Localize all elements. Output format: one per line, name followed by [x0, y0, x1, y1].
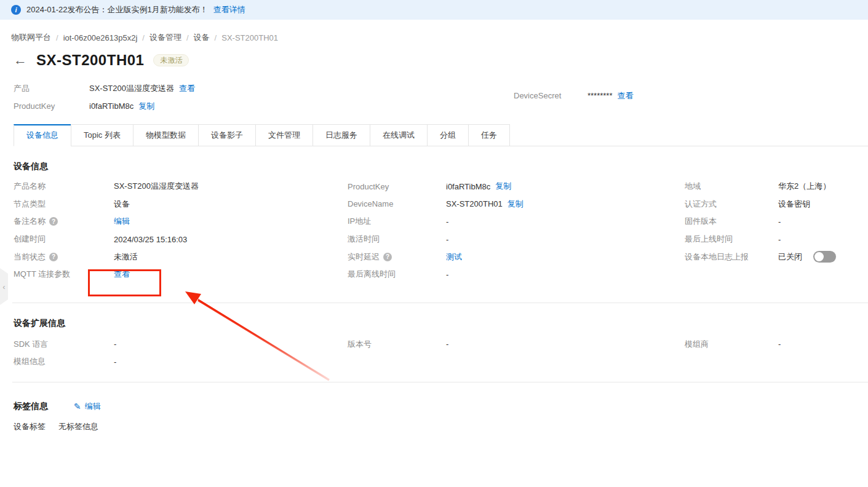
field-label: SDK 语言: [14, 339, 114, 350]
product-label: 产品: [14, 83, 89, 94]
extended-info-grid: SDK 语言 - 模组信息 - 版本号 - 模组商 -: [14, 336, 868, 371]
field-value: 2024/03/25 15:16:03: [114, 235, 187, 244]
breadcrumb-item-device-mgmt[interactable]: 设备管理: [149, 32, 181, 43]
meta-row-devicesecret: DeviceSecret ******** 查看: [514, 87, 633, 105]
device-info-col3: 地域 华东2（上海） 认证方式 设备密钥 固件版本 - 最后上线时间 - 设备本…: [685, 178, 868, 283]
section-divider: [12, 382, 868, 382]
field-label: 地域: [685, 181, 778, 192]
help-icon[interactable]: ?: [383, 253, 392, 261]
page-title: SX-ST200TH01: [36, 52, 144, 69]
field-label: IP地址: [348, 216, 446, 227]
field-value: -: [446, 217, 448, 226]
info-row-module-vendor: 模组商 -: [685, 336, 868, 354]
tab-tasks[interactable]: 任务: [468, 124, 510, 146]
extended-info-section-title: 设备扩展信息: [14, 318, 868, 329]
breadcrumb-separator: /: [215, 33, 217, 42]
field-value: -: [114, 357, 116, 366]
extended-info-col1: SDK 语言 - 模组信息 -: [14, 336, 348, 371]
tab-device-shadow[interactable]: 设备影子: [198, 124, 256, 146]
announcement-detail-link[interactable]: 查看详情: [213, 4, 245, 15]
info-row-realtime-delay: 实时延迟 ? 测试: [348, 248, 685, 266]
breadcrumb-separator: /: [142, 33, 145, 42]
edit-pencil-icon[interactable]: ✎: [74, 402, 81, 411]
info-row-ip-address: IP地址 -: [348, 213, 685, 231]
field-value: -: [446, 270, 448, 279]
chevron-left-icon: ‹: [2, 282, 5, 291]
info-row-sdk-language: SDK 语言 -: [14, 336, 348, 354]
info-row-create-time: 创建时间 2024/03/25 15:16:03: [14, 231, 348, 248]
field-label: 设备本地日志上报: [685, 251, 778, 263]
device-meta: 产品 SX-ST200温湿度变送器 查看 ProductKey i0faRTib…: [14, 79, 868, 115]
remark-edit-link[interactable]: 编辑: [114, 216, 130, 227]
log-report-toggle[interactable]: [813, 251, 836, 263]
page-header: ← SX-ST200TH01 未激活: [14, 52, 868, 69]
delay-test-link[interactable]: 测试: [446, 251, 462, 263]
tab-log-service[interactable]: 日志服务: [313, 124, 370, 146]
tab-thing-model-data[interactable]: 物模型数据: [133, 124, 199, 146]
extended-info-col3: 模组商 -: [685, 336, 868, 371]
tab-online-debug[interactable]: 在线调试: [370, 124, 428, 146]
device-info-col2: ProductKey i0faRTibM8c 复制 DeviceName SX-…: [348, 178, 685, 283]
product-value: SX-ST200温湿度变送器: [89, 83, 174, 94]
field-label: 模组商: [685, 339, 778, 350]
breadcrumb-separator: /: [186, 33, 189, 42]
field-value: 设备: [114, 199, 130, 210]
field-label: 产品名称: [14, 181, 114, 192]
breadcrumb-item-devices[interactable]: 设备: [194, 32, 210, 43]
device-info-grid: 产品名称 SX-ST200温湿度变送器 节点类型 设备 备注名称 ? 编辑 创建…: [14, 178, 868, 283]
info-row-product-name: 产品名称 SX-ST200温湿度变送器: [14, 178, 348, 196]
info-row-current-status: 当前状态 ? 未激活: [14, 248, 348, 266]
product-view-link[interactable]: 查看: [179, 83, 195, 94]
info-row-activation-time: 激活时间 -: [348, 231, 685, 248]
tag-row: 设备标签 无标签信息: [14, 421, 868, 432]
productkey-label: ProductKey: [14, 101, 89, 111]
tag-row-label: 设备标签: [14, 421, 46, 432]
tab-device-info[interactable]: 设备信息: [14, 124, 71, 146]
status-badge: 未激活: [153, 54, 189, 66]
field-label-with-help: 当前状态 ?: [14, 251, 114, 263]
tag-section-header: 标签信息 ✎ 编辑: [14, 401, 868, 412]
info-row-last-offline-time: 最后离线时间 -: [348, 266, 685, 283]
extended-info-col2: 版本号 -: [348, 336, 685, 371]
devicesecret-view-link[interactable]: 查看: [617, 90, 633, 101]
devicename-copy-link[interactable]: 复制: [508, 199, 524, 210]
info-row-module-info: 模组信息 -: [14, 353, 348, 371]
info-row-last-online-time: 最后上线时间 -: [685, 231, 868, 248]
meta-row-productkey: ProductKey i0faRTibM8c 复制: [14, 97, 868, 115]
field-label: 节点类型: [14, 199, 114, 210]
breadcrumb-separator: /: [56, 33, 58, 42]
field-label: 实时延迟: [348, 251, 380, 263]
help-icon[interactable]: ?: [49, 253, 58, 261]
info-row-productkey: ProductKey i0faRTibM8c 复制: [348, 178, 685, 196]
mqtt-view-link[interactable]: 查看: [114, 269, 130, 280]
field-label: 激活时间: [348, 234, 446, 245]
tag-edit-link[interactable]: 编辑: [85, 401, 101, 412]
breadcrumb-item-instance[interactable]: iot-06z00e2613p5x2j: [63, 33, 138, 42]
tab-file-management[interactable]: 文件管理: [255, 124, 313, 146]
field-label: DeviceName: [348, 199, 446, 208]
device-info-section-title: 设备信息: [14, 161, 868, 172]
field-value: 已关闭: [778, 251, 802, 263]
breadcrumb: 物联网平台 / iot-06z00e2613p5x2j / 设备管理 / 设备 …: [11, 32, 868, 43]
tab-bar: 设备信息 Topic 列表 物模型数据 设备影子 文件管理 日志服务 在线调试 …: [14, 124, 868, 146]
info-row-version-number: 版本号 -: [348, 336, 685, 354]
breadcrumb-item-platform[interactable]: 物联网平台: [11, 32, 51, 43]
sidebar-collapse-handle[interactable]: ‹: [0, 268, 8, 305]
field-value: 未激活: [114, 251, 138, 263]
back-arrow-icon[interactable]: ←: [14, 53, 27, 67]
tag-row-value: 无标签信息: [58, 421, 98, 432]
tab-topic-list[interactable]: Topic 列表: [71, 124, 133, 146]
tab-groups[interactable]: 分组: [427, 124, 469, 146]
field-value: -: [446, 235, 448, 244]
field-label: 创建时间: [14, 234, 114, 245]
meta-row-product: 产品 SX-ST200温湿度变送器 查看: [14, 79, 868, 97]
field-label: 固件版本: [685, 216, 778, 227]
productkey-copy-link[interactable]: 复制: [138, 101, 154, 112]
field-label: 最后上线时间: [685, 234, 778, 245]
info-icon: i: [11, 5, 21, 15]
field-label: 版本号: [348, 339, 446, 350]
info-row-mqtt-params: MQTT 连接参数 查看: [14, 266, 348, 283]
help-icon[interactable]: ?: [49, 217, 58, 226]
field-value: -: [114, 339, 116, 349]
productkey-copy-link[interactable]: 复制: [495, 181, 511, 192]
